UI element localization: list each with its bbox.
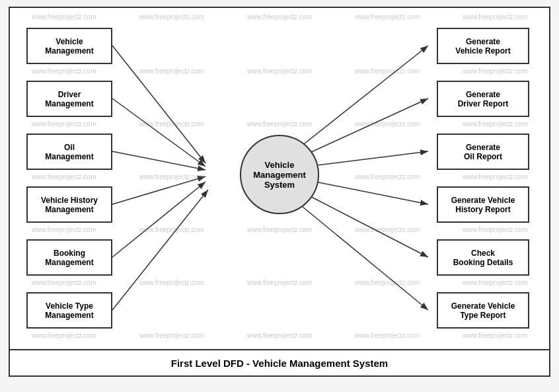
box-gen-oil-label: GenerateOil Report xyxy=(464,143,502,161)
center-circle: Vehicle Management System xyxy=(240,135,319,214)
box-oil-mgmt-label: OilManagement xyxy=(45,143,93,161)
center-label: Vehicle Management System xyxy=(241,160,318,190)
box-gen-oil: GenerateOil Report xyxy=(437,134,529,170)
box-gen-driver-label: GenerateDriver Report xyxy=(458,90,509,108)
svg-line-2 xyxy=(112,98,205,167)
box-check-booking-label: CheckBooking Details xyxy=(453,249,513,267)
box-driver-mgmt: DriverManagement xyxy=(26,81,112,117)
box-gen-vehicle: GenerateVehicle Report xyxy=(437,28,529,64)
box-gen-type: Generate VehicleType Report xyxy=(437,292,529,329)
box-vehicle-history-label: Vehicle HistoryManagement xyxy=(41,196,98,214)
box-driver-mgmt-label: DriverManagement xyxy=(45,90,93,108)
box-booking-mgmt: BookingManagement xyxy=(26,239,112,276)
footer-label: First Level DFD - Vehicle Management Sys… xyxy=(10,349,549,375)
svg-line-1 xyxy=(112,46,205,163)
box-gen-driver: GenerateDriver Report xyxy=(437,81,529,117)
box-gen-history: Generate VehicleHistory Report xyxy=(437,186,529,223)
main-diagram: www.freeprojectz.comwww.freeprojectz.com… xyxy=(9,7,550,377)
svg-line-5 xyxy=(112,182,205,257)
box-gen-history-label: Generate VehicleHistory Report xyxy=(451,196,515,214)
svg-line-6 xyxy=(112,190,208,310)
box-gen-type-label: Generate VehicleType Report xyxy=(451,301,515,320)
svg-line-3 xyxy=(112,151,205,170)
box-vehicle-mgmt-label: VehicleManagement xyxy=(45,37,93,56)
footer-text: First Level DFD - Vehicle Management Sys… xyxy=(171,358,388,369)
box-check-booking: CheckBooking Details xyxy=(437,239,529,276)
box-vehicle-mgmt: VehicleManagement xyxy=(26,28,112,64)
box-oil-mgmt: OilManagement xyxy=(26,134,112,170)
box-booking-mgmt-label: BookingManagement xyxy=(45,249,93,267)
box-vehicle-history: Vehicle HistoryManagement xyxy=(26,186,112,223)
box-vehicle-type-label: Vehicle TypeManagement xyxy=(45,301,93,320)
diagram-area: Vehicle Management System VehicleManagem… xyxy=(10,8,549,349)
box-gen-vehicle-label: GenerateVehicle Report xyxy=(455,37,510,56)
box-vehicle-type: Vehicle TypeManagement xyxy=(26,292,112,329)
svg-line-4 xyxy=(112,176,205,204)
